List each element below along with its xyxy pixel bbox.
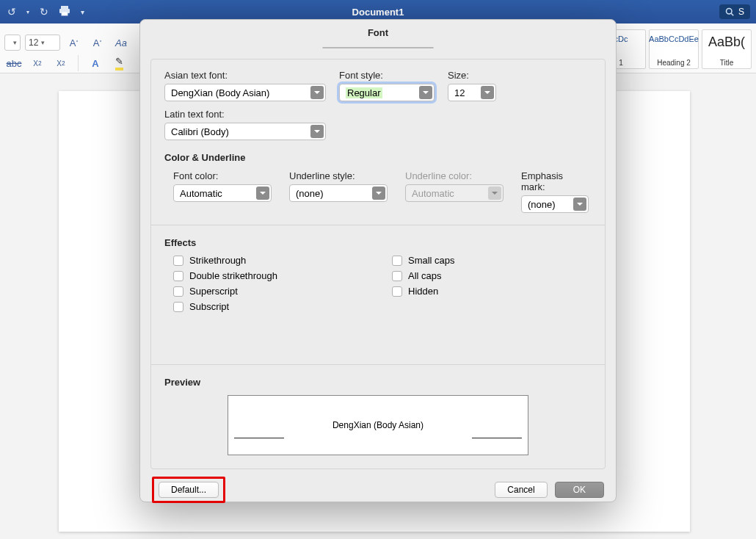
svg-point-3: [726, 9, 732, 15]
qat-customize-icon[interactable]: ▾: [81, 8, 84, 16]
svg-rect-2: [62, 12, 68, 15]
preview-box: DengXian (Body Asian): [228, 395, 528, 455]
underline-color-label: Underline color:: [405, 170, 504, 181]
dialog-title: Font: [140, 20, 616, 47]
font-style-label: Font style:: [339, 70, 435, 81]
grow-font-button[interactable]: A˄: [65, 34, 84, 51]
svg-rect-0: [61, 6, 68, 9]
ok-button[interactable]: OK: [555, 482, 604, 498]
redo-icon[interactable]: ↻: [40, 6, 48, 18]
chevron-down-icon: [481, 86, 494, 99]
style-card[interactable]: AaBb( Title: [702, 29, 752, 69]
font-dialog: Font Advanced Asian text font: DengXian …: [139, 19, 617, 502]
preview-text: DengXian (Body Asian): [332, 420, 424, 430]
size-label: Size:: [448, 70, 496, 81]
size-combo[interactable]: 12: [448, 84, 496, 101]
preview-heading: Preview: [164, 377, 592, 388]
undo-dropdown-icon[interactable]: ▾: [26, 9, 29, 15]
shrink-font-button[interactable]: A˅: [88, 34, 107, 51]
default-highlight: Default...: [152, 477, 225, 503]
chevron-down-icon: [310, 86, 324, 99]
undo-icon[interactable]: ↺: [7, 6, 16, 18]
highlight-button[interactable]: ✎: [109, 54, 128, 72]
latin-font-combo[interactable]: Calibri (Body): [164, 123, 326, 140]
double-strike-checkbox[interactable]: Double strikethrough: [173, 270, 379, 281]
print-icon[interactable]: [59, 6, 70, 18]
chevron-down-icon: [256, 187, 269, 200]
search-box[interactable]: S: [719, 4, 750, 19]
tab-font[interactable]: [323, 48, 364, 48]
subscript-button[interactable]: X2: [28, 54, 47, 72]
font-name-combo[interactable]: ▾: [4, 35, 21, 51]
font-size-combo[interactable]: 12▾: [25, 35, 60, 51]
effects-heading: Effects: [164, 237, 592, 248]
superscript-checkbox[interactable]: Superscript: [173, 286, 379, 297]
chevron-down-icon: [573, 198, 586, 211]
styles-gallery[interactable]: cDc 1 AaBbCcDdEe Heading 2 AaBb( Title: [596, 29, 752, 69]
svg-line-4: [731, 13, 733, 15]
chevron-down-icon: [310, 125, 324, 138]
strike-button[interactable]: abc: [4, 54, 23, 72]
text-effects-button[interactable]: A: [86, 54, 105, 72]
strike-checkbox[interactable]: Strikethrough: [173, 255, 379, 266]
subscript-checkbox[interactable]: Subscript: [173, 301, 379, 312]
chevron-down-icon: [419, 86, 432, 99]
underline-style-label: Underline style:: [289, 170, 388, 181]
allcaps-checkbox[interactable]: All caps: [392, 270, 455, 281]
underline-style-combo[interactable]: (none): [289, 184, 388, 202]
document-title: Document1: [0, 7, 756, 18]
chevron-down-icon: [488, 187, 501, 200]
asian-font-label: Asian text font:: [164, 70, 326, 81]
change-case-button[interactable]: Aa: [112, 34, 131, 51]
dialog-tabs: Advanced: [322, 47, 433, 48]
dialog-panel: Asian text font: DengXian (Body Asian) F…: [150, 59, 606, 469]
emphasis-combo[interactable]: (none): [521, 195, 589, 213]
default-button[interactable]: Default...: [159, 482, 219, 498]
search-placeholder: S: [738, 7, 744, 17]
asian-font-combo[interactable]: DengXian (Body Asian): [164, 84, 326, 101]
chevron-down-icon: [372, 187, 385, 200]
hidden-checkbox[interactable]: Hidden: [392, 286, 455, 297]
style-card[interactable]: AaBbCcDdEe Heading 2: [649, 29, 699, 69]
font-color-label: Font color:: [173, 170, 272, 181]
tab-advanced[interactable]: Advanced: [364, 48, 432, 48]
font-style-combo[interactable]: Regular: [339, 84, 435, 101]
color-underline-heading: Color & Underline: [164, 152, 592, 163]
smallcaps-checkbox[interactable]: Small caps: [392, 255, 455, 266]
underline-color-combo: Automatic: [405, 184, 504, 202]
latin-font-label: Latin text font:: [164, 109, 592, 120]
cancel-button[interactable]: Cancel: [495, 482, 547, 498]
superscript-button[interactable]: X2: [51, 54, 70, 72]
emphasis-label: Emphasis mark:: [521, 170, 589, 192]
font-color-combo[interactable]: Automatic: [173, 184, 272, 202]
